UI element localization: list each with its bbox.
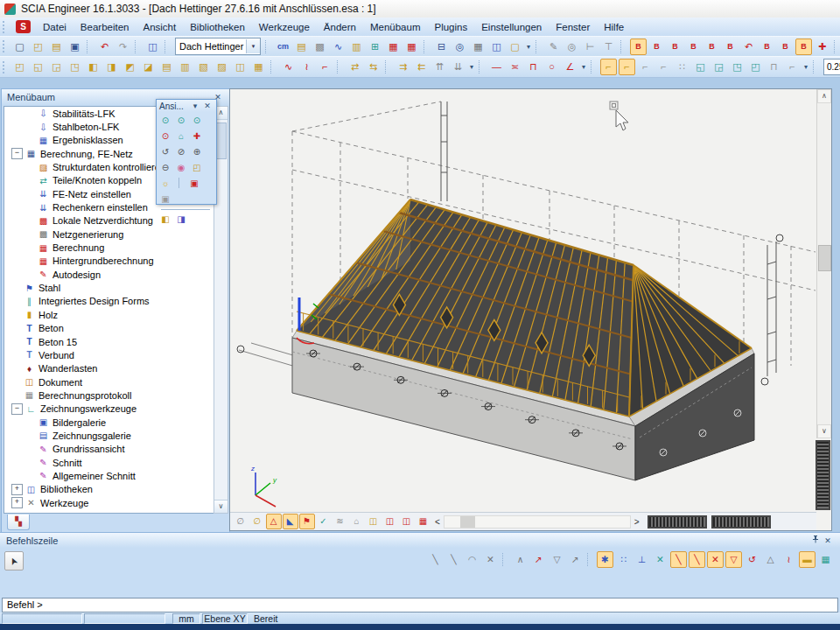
snap-grid-icon[interactable]: ∷ bbox=[615, 551, 632, 568]
plane-icon-8[interactable]: ◳ bbox=[729, 59, 746, 75]
dimension-icon[interactable]: ≍ bbox=[507, 59, 523, 75]
layers-icon[interactable]: ▤ bbox=[293, 38, 310, 55]
snap-intersect-icon[interactable]: ✕ bbox=[652, 551, 668, 568]
line-icon[interactable]: — bbox=[488, 59, 505, 75]
tree-item-autodesign[interactable]: ✎Autodesign bbox=[4, 268, 214, 281]
zoom-out-icon[interactable]: ⊘ bbox=[174, 145, 188, 159]
clip-box-icon[interactable]: ◧ bbox=[158, 213, 172, 227]
book-icon[interactable]: ◫ bbox=[366, 514, 382, 529]
activity-icon-3[interactable]: B bbox=[667, 38, 683, 55]
tree-item-berechnung[interactable]: ▦Berechnung bbox=[4, 241, 214, 254]
view-tool-icon-5[interactable]: ◧ bbox=[85, 59, 102, 75]
menu-datei[interactable]: Datei bbox=[36, 22, 74, 32]
table-icon-2[interactable]: ▦ bbox=[403, 38, 420, 55]
snap-rotate-icon[interactable]: ↺ bbox=[744, 551, 760, 568]
menu-ansicht[interactable]: Ansicht bbox=[136, 22, 183, 32]
menu-plugins[interactable]: Plugins bbox=[427, 22, 474, 32]
scrollbar-thumb[interactable] bbox=[460, 516, 475, 528]
plane-icon-9[interactable]: ◰ bbox=[747, 59, 764, 75]
snap-cross-icon[interactable]: ✕ bbox=[482, 551, 499, 568]
tree-item-schnitt[interactable]: ✎Schnitt bbox=[4, 456, 214, 469]
snap-line-icon-2[interactable]: ╲ bbox=[445, 551, 462, 568]
tree-item-bildergalerie[interactable]: ▣Bildergalerie bbox=[4, 416, 214, 429]
snap-star-blue-icon[interactable]: ✱ bbox=[597, 551, 613, 568]
ansicht-palette-titlebar[interactable]: Ansi... ▾ ✕ bbox=[157, 100, 216, 112]
scroll-left-icon[interactable]: < bbox=[431, 517, 444, 527]
tree-item-netzgenerierung[interactable]: ▩Netzgenerierung bbox=[4, 228, 214, 241]
activity-icon-7[interactable]: ↶ bbox=[740, 38, 757, 55]
tree-item-wanderlasten[interactable]: ♦Wanderlasten bbox=[4, 362, 214, 375]
tree-item-zeichnungswerkzeuge[interactable]: −∟Zeichnungswerkzeuge bbox=[4, 402, 214, 416]
snap-perp-icon[interactable]: ⊥ bbox=[634, 551, 650, 568]
window-red-icon-1[interactable]: ◫ bbox=[382, 514, 398, 529]
tree-item-berechnungsprotokoll[interactable]: ▦Berechnungsprotokoll bbox=[4, 388, 214, 402]
member-icon-1[interactable]: ⇉ bbox=[395, 59, 411, 75]
menu-werkzeuge[interactable]: Werkzeuge bbox=[252, 22, 317, 32]
menu-bearbeiten[interactable]: Bearbeiten bbox=[74, 22, 136, 32]
snap-mode-icon-1[interactable]: ╲ bbox=[670, 551, 687, 568]
calculator-icon[interactable]: ▦ bbox=[470, 38, 486, 55]
xy-graph-icon[interactable]: ∿ bbox=[330, 38, 346, 55]
pan-wheel-horizontal[interactable] bbox=[648, 515, 707, 528]
tree-item-allgemeiner-schnitt[interactable]: ✎Allgemeiner Schnitt bbox=[4, 469, 214, 482]
view-tool-icon-4[interactable]: ◳ bbox=[66, 59, 83, 75]
link-icon-2[interactable]: ⇆ bbox=[365, 59, 382, 75]
menu-bibliotheken[interactable]: Bibliotheken bbox=[183, 22, 252, 32]
expand-icon[interactable]: + bbox=[11, 497, 23, 508]
menu-einstellungen[interactable]: Einstellungen bbox=[474, 22, 549, 32]
snap-connect-icon[interactable]: ≀ bbox=[780, 551, 797, 568]
light-icon[interactable]: ☼ bbox=[158, 177, 172, 191]
plane-icon-5[interactable]: ∷ bbox=[674, 59, 690, 75]
shrink-icon[interactable]: ≋ bbox=[332, 514, 348, 529]
project-combo[interactable]: Dach Hettinger 27.▾ bbox=[175, 38, 261, 55]
viewport-hscrollbar[interactable] bbox=[444, 515, 631, 528]
snap-endpoint-icon[interactable]: ↗ bbox=[530, 551, 547, 568]
tree-item-hintergrundberechnung[interactable]: ▦Hintergrundberechnung bbox=[4, 255, 214, 268]
command-input[interactable]: Befehl > bbox=[2, 598, 838, 612]
render-settings-icon[interactable]: ▩ bbox=[312, 38, 328, 55]
view-tool-icon-13[interactable]: ◫ bbox=[232, 59, 248, 75]
link-icon-1[interactable]: ⇄ bbox=[346, 59, 363, 75]
menu-hilfe[interactable]: Hilfe bbox=[597, 22, 631, 32]
activity-icon-10[interactable]: B bbox=[795, 38, 812, 55]
view-tool-icon-10[interactable]: ▥ bbox=[177, 59, 193, 75]
print-preview-icon[interactable]: ◎ bbox=[452, 38, 468, 55]
rotate-view-icon[interactable]: ↺ bbox=[158, 145, 172, 159]
snap-bed-icon[interactable]: ▬ bbox=[799, 551, 816, 568]
plane-icon-7[interactable]: ◲ bbox=[710, 59, 727, 75]
view-x-icon[interactable]: ⊙ bbox=[158, 114, 172, 128]
view-3d-icon[interactable]: ◨ bbox=[174, 213, 188, 227]
activity-icon-1[interactable]: B bbox=[630, 38, 647, 55]
scroll-right-icon[interactable]: > bbox=[631, 517, 643, 527]
table-icon-1[interactable]: ▦ bbox=[385, 38, 402, 55]
display-toggle-icon-1[interactable]: ∅ bbox=[233, 514, 248, 529]
axes-display-icon[interactable]: △ bbox=[266, 514, 282, 529]
snapshot-icon[interactable]: ▣ bbox=[187, 177, 201, 191]
toolbar-overflow-icon[interactable]: ▾ bbox=[579, 63, 588, 71]
save-icon[interactable]: ▣ bbox=[66, 38, 83, 55]
labels-icon[interactable]: ✓ bbox=[316, 514, 332, 529]
view-tool-icon-9[interactable]: ▤ bbox=[158, 59, 175, 75]
plane-icon-10[interactable]: ⊓ bbox=[766, 59, 782, 75]
fe-net-icon[interactable]: ⊞ bbox=[367, 38, 383, 55]
menu-fenster[interactable]: Fenster bbox=[549, 22, 597, 32]
snap-mode-icon-4[interactable]: ▽ bbox=[725, 551, 742, 568]
tree-item-beton-15[interactable]: TBeton 15 bbox=[4, 335, 214, 348]
befehlszeile-titlebar[interactable]: Befehlszeile ✕ bbox=[0, 533, 840, 548]
snap-polygon-icon[interactable]: △ bbox=[762, 551, 779, 568]
plane-icon-1[interactable]: ⌐ bbox=[600, 59, 617, 75]
rotate-wheel-vertical[interactable] bbox=[816, 440, 830, 510]
tree-item-grundrissansicht[interactable]: ✎Grundrissansicht bbox=[4, 443, 214, 456]
view-tool-icon-6[interactable]: ◨ bbox=[103, 59, 120, 75]
view-tool-icon-1[interactable]: ◰ bbox=[11, 59, 28, 75]
viewport-vscrollbar[interactable]: ∧ ∨ bbox=[816, 89, 831, 438]
center-icon[interactable]: ✚ bbox=[814, 38, 830, 55]
view-tool-icon-3[interactable]: ◲ bbox=[48, 59, 65, 75]
activity-icon-6[interactable]: B bbox=[722, 38, 738, 55]
zoom-selection-icon[interactable]: ◉ bbox=[174, 161, 188, 175]
member-icon-4[interactable]: ⇊ bbox=[450, 59, 466, 75]
status-unit[interactable]: mm bbox=[172, 613, 200, 624]
connect-icon-3[interactable]: ⌐ bbox=[317, 59, 333, 75]
member-icon-2[interactable]: ⇇ bbox=[413, 59, 430, 75]
tree-item-verbund[interactable]: TVerbund bbox=[4, 348, 214, 361]
